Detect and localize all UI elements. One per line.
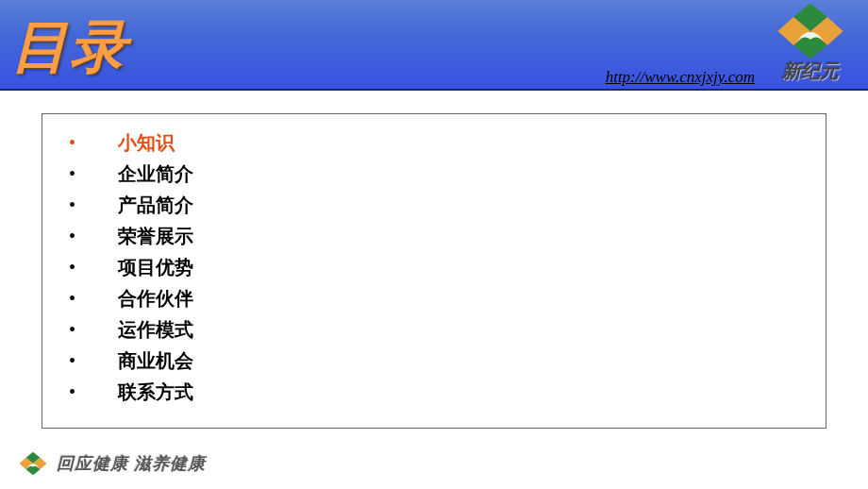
toc-item: 联系方式 <box>69 377 799 408</box>
slide-footer: 回应健康 滋养健康 <box>19 451 206 476</box>
page-title: 目录 <box>11 9 128 86</box>
diamond-logo-icon <box>776 2 844 60</box>
toc-item: 小知识 <box>69 127 799 159</box>
toc-item: 企业简介 <box>69 159 799 190</box>
toc-item: 运作模式 <box>69 314 799 346</box>
brand-logo-right: 新纪元 <box>768 2 853 92</box>
toc-container: 小知识 企业简介 产品简介 荣誉展示 项目优势 合作伙伴 运作模式 商业机会 联… <box>42 113 826 429</box>
toc-item: 商业机会 <box>69 346 799 377</box>
toc-item: 荣誉展示 <box>69 221 799 252</box>
slide-header: 目录 http://www.cnxjxjy.com 新纪元 <box>0 0 868 91</box>
toc-item: 合作伙伴 <box>69 283 799 314</box>
toc-item: 项目优势 <box>69 252 799 283</box>
brand-name: 新纪元 <box>782 59 839 84</box>
website-url: http://www.cnxjxjy.com <box>606 68 755 87</box>
footer-slogan: 回应健康 滋养健康 <box>57 452 206 475</box>
toc-list: 小知识 企业简介 产品简介 荣誉展示 项目优势 合作伙伴 运作模式 商业机会 联… <box>69 127 799 408</box>
diamond-logo-icon <box>19 451 47 476</box>
toc-item: 产品简介 <box>69 190 799 221</box>
